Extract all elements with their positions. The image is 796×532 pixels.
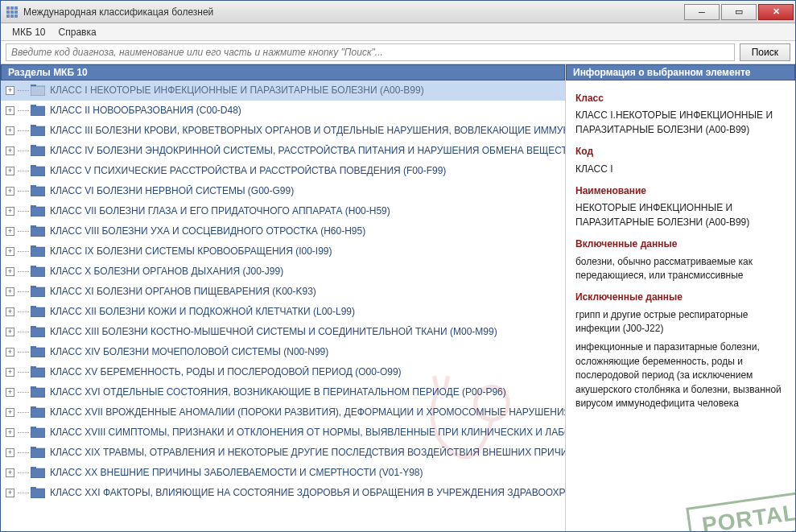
- tree-item[interactable]: +КЛАСС XI БОЛЕЗНИ ОРГАНОВ ПИЩЕВАРЕНИЯ (K…: [1, 282, 565, 302]
- tree-item[interactable]: +КЛАСС X БОЛЕЗНИ ОРГАНОВ ДЫХАНИЯ (J00-J9…: [1, 262, 565, 282]
- search-button[interactable]: Поиск: [740, 43, 790, 61]
- tree-connector: [18, 493, 29, 493]
- folder-icon: [31, 286, 45, 297]
- tree-item-label: КЛАСС XI БОЛЕЗНИ ОРГАНОВ ПИЩЕВАРЕНИЯ (K0…: [50, 286, 316, 297]
- tree-item[interactable]: +КЛАСС V ПСИХИЧЕСКИЕ РАССТРОЙСТВА И РАСС…: [1, 161, 565, 181]
- expand-icon[interactable]: +: [6, 227, 14, 236]
- tree-item[interactable]: +КЛАСС XV БЕРЕМЕННОСТЬ, РОДЫ И ПОСЛЕРОДО…: [1, 362, 565, 382]
- search-input[interactable]: [6, 43, 735, 61]
- folder-icon: [31, 185, 45, 196]
- tree-item[interactable]: +КЛАСС IX БОЛЕЗНИ СИСТЕМЫ КРОВООБРАЩЕНИЯ…: [1, 241, 565, 262]
- svg-rect-26: [31, 247, 45, 257]
- expand-icon[interactable]: +: [6, 368, 14, 377]
- minimize-button[interactable]: ─: [684, 4, 720, 20]
- tree-item-label: КЛАСС IX БОЛЕЗНИ СИСТЕМЫ КРОВООБРАЩЕНИЯ …: [50, 245, 332, 257]
- expand-icon[interactable]: +: [6, 448, 14, 457]
- svg-rect-42: [31, 408, 45, 418]
- tree-connector: [18, 231, 29, 232]
- close-button[interactable]: ✕: [758, 4, 794, 20]
- tree-item[interactable]: +КЛАСС IV БОЛЕЗНИ ЭНДОКРИННОЙ СИСТЕМЫ, Р…: [1, 141, 565, 161]
- svg-rect-10: [31, 86, 45, 96]
- tree-item[interactable]: +КЛАСС I НЕКОТОРЫЕ ИНФЕКЦИОННЫЕ И ПАРАЗИ…: [1, 80, 565, 101]
- expand-icon[interactable]: +: [6, 489, 14, 497]
- tree-item[interactable]: +КЛАСС VI БОЛЕЗНИ НЕРВНОЙ СИСТЕМЫ (G00-G…: [1, 181, 565, 201]
- tree-item-label: КЛАСС II НОВООБРАЗОВАНИЯ (C00-D48): [50, 105, 241, 116]
- folder-icon: [31, 225, 45, 237]
- svg-rect-0: [6, 6, 10, 10]
- tree-item-label: КЛАСС X БОЛЕЗНИ ОРГАНОВ ДЫХАНИЯ (J00-J99…: [50, 266, 283, 277]
- expand-icon[interactable]: +: [6, 428, 14, 437]
- folder-icon: [31, 447, 45, 458]
- tree-connector: [18, 110, 29, 111]
- expand-icon[interactable]: +: [6, 287, 14, 296]
- tree-item-label: КЛАСС XV БЕРЕМЕННОСТЬ, РОДЫ И ПОСЛЕРОДОВ…: [50, 366, 402, 377]
- tree-item[interactable]: +КЛАСС VII БОЛЕЗНИ ГЛАЗА И ЕГО ПРИДАТОЧН…: [1, 201, 565, 221]
- tree-connector: [18, 211, 29, 212]
- tree-connector: [18, 311, 29, 312]
- expand-icon[interactable]: +: [6, 126, 14, 135]
- tree-item-label: КЛАСС XIX ТРАВМЫ, ОТРАВЛЕНИЯ И НЕКОТОРЫЕ…: [50, 447, 565, 458]
- tree-item[interactable]: +КЛАСС III БОЛЕЗНИ КРОВИ, КРОВЕТВОРНЫХ О…: [1, 121, 565, 141]
- folder-icon: [31, 366, 45, 377]
- info-heading: Наименование: [575, 184, 786, 198]
- svg-rect-4: [10, 10, 14, 14]
- expand-icon[interactable]: +: [6, 468, 14, 477]
- tree-item[interactable]: +КЛАСС VIII БОЛЕЗНИ УХА И СОСЦЕВИДНОГО О…: [1, 221, 565, 241]
- tree-item[interactable]: +КЛАСС II НОВООБРАЗОВАНИЯ (C00-D48): [1, 101, 565, 121]
- tree-item-label: КЛАСС XX ВНЕШНИЕ ПРИЧИНЫ ЗАБОЛЕВАЕМОСТИ …: [50, 467, 423, 478]
- tree-item-label: КЛАСС VII БОЛЕЗНИ ГЛАЗА И ЕГО ПРИДАТОЧНО…: [50, 205, 390, 217]
- folder-icon: [31, 145, 45, 156]
- tree-item[interactable]: +КЛАСС XIX ТРАВМЫ, ОТРАВЛЕНИЯ И НЕКОТОРЫ…: [1, 443, 565, 463]
- expand-icon[interactable]: +: [6, 348, 14, 357]
- info-body: болезни, обычно рассматриваемые как пере…: [575, 255, 786, 283]
- expand-icon[interactable]: +: [6, 167, 14, 175]
- folder-icon: [31, 346, 45, 357]
- content-area: Разделы МКБ 10 +КЛАСС I НЕКОТОРЫЕ ИНФЕКЦ…: [1, 64, 795, 531]
- tree-item[interactable]: +КЛАСС XXI ФАКТОРЫ, ВЛИЯЮЩИЕ НА СОСТОЯНИ…: [1, 483, 565, 503]
- tree-item[interactable]: +КЛАСС XVIII СИМПТОМЫ, ПРИЗНАКИ И ОТКЛОН…: [1, 423, 565, 443]
- folder-icon: [31, 326, 45, 337]
- svg-rect-32: [31, 307, 45, 317]
- tree-item-label: КЛАСС XVII ВРОЖДЕННЫЕ АНОМАЛИИ (ПОРОКИ Р…: [50, 406, 565, 418]
- expand-icon[interactable]: +: [6, 207, 14, 216]
- svg-rect-46: [31, 448, 45, 458]
- tree-item-label: КЛАСС V ПСИХИЧЕСКИЕ РАССТРОЙСТВА И РАССТ…: [50, 165, 446, 176]
- svg-rect-1: [10, 6, 14, 10]
- tree-item[interactable]: +КЛАСС XX ВНЕШНИЕ ПРИЧИНЫ ЗАБОЛЕВАЕМОСТИ…: [1, 463, 565, 483]
- titlebar: Международная классификацая болезней ─ ▭…: [1, 1, 795, 23]
- tree-item[interactable]: +КЛАСС XVI ОТДЕЛЬНЫЕ СОСТОЯНИЯ, ВОЗНИКАЮ…: [1, 382, 565, 402]
- tree-connector: [18, 472, 29, 473]
- menu-help[interactable]: Справка: [52, 25, 103, 39]
- info-scroll[interactable]: КлассКЛАСС I.НЕКОТОРЫЕ ИНФЕКЦИОННЫЕ И ПА…: [566, 80, 795, 531]
- tree-scroll[interactable]: +КЛАСС I НЕКОТОРЫЕ ИНФЕКЦИОННЫЕ И ПАРАЗИ…: [1, 80, 565, 531]
- expand-icon[interactable]: +: [6, 187, 14, 196]
- tree-connector: [18, 452, 29, 453]
- expand-icon[interactable]: +: [6, 267, 14, 276]
- tree-item[interactable]: +КЛАСС XVII ВРОЖДЕННЫЕ АНОМАЛИИ (ПОРОКИ …: [1, 402, 565, 423]
- svg-rect-2: [14, 6, 18, 10]
- expand-icon[interactable]: +: [6, 247, 14, 256]
- expand-icon[interactable]: +: [6, 408, 14, 417]
- menu-mkb10[interactable]: МКБ 10: [6, 25, 52, 39]
- expand-icon[interactable]: +: [6, 307, 14, 316]
- tree-item[interactable]: +КЛАСС XIV БОЛЕЗНИ МОЧЕПОЛОВОЙ СИСТЕМЫ (…: [1, 342, 565, 362]
- tree-item-label: КЛАСС XIII БОЛЕЗНИ КОСТНО-МЫШЕЧНОЙ СИСТЕ…: [50, 326, 497, 337]
- expand-icon[interactable]: +: [6, 86, 14, 95]
- expand-icon[interactable]: +: [6, 106, 14, 115]
- svg-rect-12: [31, 106, 45, 116]
- folder-icon: [31, 85, 45, 96]
- expand-icon[interactable]: +: [6, 146, 14, 155]
- svg-rect-40: [31, 388, 45, 398]
- tree-connector: [18, 130, 29, 131]
- svg-rect-3: [6, 10, 10, 14]
- svg-rect-48: [31, 468, 45, 478]
- maximize-button[interactable]: ▭: [721, 4, 757, 20]
- svg-rect-14: [31, 126, 45, 136]
- expand-icon[interactable]: +: [6, 388, 14, 397]
- info-heading: Класс: [575, 92, 786, 105]
- tree-connector: [18, 291, 29, 292]
- tree-item[interactable]: +КЛАСС XII БОЛЕЗНИ КОЖИ И ПОДКОЖНОЙ КЛЕТ…: [1, 302, 565, 322]
- expand-icon[interactable]: +: [6, 328, 14, 336]
- tree-item[interactable]: +КЛАСС XIII БОЛЕЗНИ КОСТНО-МЫШЕЧНОЙ СИСТ…: [1, 322, 565, 342]
- svg-rect-30: [31, 287, 45, 297]
